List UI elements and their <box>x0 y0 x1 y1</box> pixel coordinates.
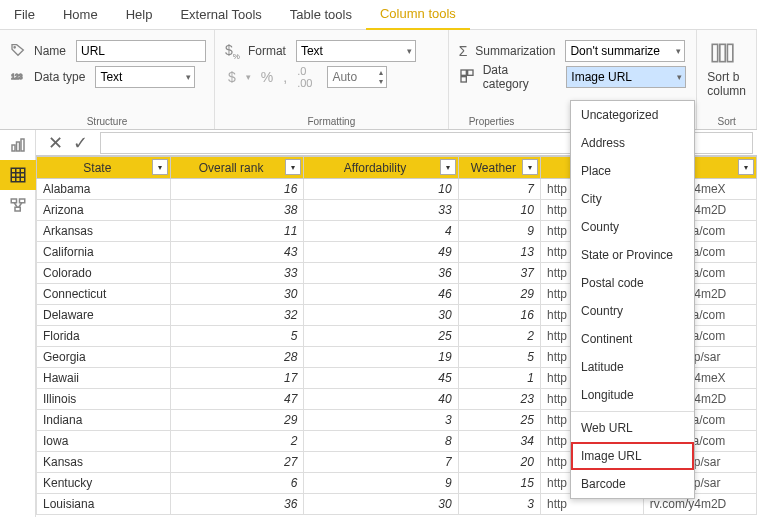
cell-rank[interactable]: 5 <box>170 326 304 347</box>
dropdown-item-place[interactable]: Place <box>571 157 694 185</box>
filter-icon[interactable]: ▾ <box>738 159 754 175</box>
cell-weather[interactable]: 9 <box>458 221 540 242</box>
dropdown-item-city[interactable]: City <box>571 185 694 213</box>
cell-weather[interactable]: 3 <box>458 494 540 515</box>
cell-weather[interactable]: 16 <box>458 305 540 326</box>
filter-icon[interactable]: ▾ <box>440 159 456 175</box>
cell-rank[interactable]: 29 <box>170 410 304 431</box>
cell-aff[interactable]: 19 <box>304 347 458 368</box>
cell-weather[interactable]: 2 <box>458 326 540 347</box>
cell-aff[interactable]: 3 <box>304 410 458 431</box>
dropdown-item-uncategorized[interactable]: Uncategorized <box>571 101 694 129</box>
model-view-icon[interactable] <box>0 190 36 220</box>
name-input[interactable] <box>76 40 206 62</box>
cell-rank[interactable]: 17 <box>170 368 304 389</box>
dropdown-item-image-url[interactable]: Image URL <box>571 442 694 470</box>
cell-state[interactable]: Indiana <box>37 410 171 431</box>
comma-icon[interactable]: , <box>280 69 290 85</box>
cell-state[interactable]: Georgia <box>37 347 171 368</box>
dropdown-item-county[interactable]: County <box>571 213 694 241</box>
cell-aff[interactable]: 49 <box>304 242 458 263</box>
cell-rank[interactable]: 27 <box>170 452 304 473</box>
cell-state[interactable]: Louisiana <box>37 494 171 515</box>
cell-state[interactable]: Kentucky <box>37 473 171 494</box>
filter-icon[interactable]: ▾ <box>522 159 538 175</box>
cell-weather[interactable]: 1 <box>458 368 540 389</box>
filter-icon[interactable]: ▾ <box>152 159 168 175</box>
cell-weather[interactable]: 13 <box>458 242 540 263</box>
percent-icon[interactable]: % <box>258 69 276 85</box>
cell-aff[interactable]: 30 <box>304 494 458 515</box>
dropdown-item-address[interactable]: Address <box>571 129 694 157</box>
cell-state[interactable]: Illinois <box>37 389 171 410</box>
column-header[interactable]: Weather▾ <box>458 157 540 179</box>
cell-weather[interactable]: 34 <box>458 431 540 452</box>
currency-icon[interactable]: $ <box>225 69 239 85</box>
menu-file[interactable]: File <box>0 0 49 30</box>
cell-state[interactable]: California <box>37 242 171 263</box>
cell-rank[interactable]: 16 <box>170 179 304 200</box>
cell-weather[interactable]: 7 <box>458 179 540 200</box>
sort-icon[interactable] <box>707 38 737 68</box>
dropdown-item-country[interactable]: Country <box>571 297 694 325</box>
cell-state[interactable]: Arkansas <box>37 221 171 242</box>
dropdown-item-state-or-province[interactable]: State or Province <box>571 241 694 269</box>
cell-aff[interactable]: 9 <box>304 473 458 494</box>
dropdown-item-latitude[interactable]: Latitude <box>571 353 694 381</box>
column-header[interactable]: Overall rank▾ <box>170 157 304 179</box>
filter-icon[interactable]: ▾ <box>285 159 301 175</box>
cell-weather[interactable]: 29 <box>458 284 540 305</box>
cell-weather[interactable]: 15 <box>458 473 540 494</box>
cell-state[interactable]: Iowa <box>37 431 171 452</box>
cell-rank[interactable]: 11 <box>170 221 304 242</box>
cell-rank[interactable]: 6 <box>170 473 304 494</box>
menu-help[interactable]: Help <box>112 0 167 30</box>
menu-table-tools[interactable]: Table tools <box>276 0 366 30</box>
cell-aff[interactable]: 4 <box>304 221 458 242</box>
cell-weather[interactable]: 23 <box>458 389 540 410</box>
cell-rank[interactable]: 36 <box>170 494 304 515</box>
cell-state[interactable]: Arizona <box>37 200 171 221</box>
cell-state[interactable]: Colorado <box>37 263 171 284</box>
menu-home[interactable]: Home <box>49 0 112 30</box>
cell-state[interactable]: Hawaii <box>37 368 171 389</box>
cancel-icon[interactable]: ✕ <box>48 132 63 154</box>
cell-aff[interactable]: 30 <box>304 305 458 326</box>
column-header[interactable]: Affordability▾ <box>304 157 458 179</box>
cell-state[interactable]: Alabama <box>37 179 171 200</box>
category-select[interactable] <box>566 66 686 88</box>
cell-weather[interactable]: 37 <box>458 263 540 284</box>
cell-rank[interactable]: 32 <box>170 305 304 326</box>
dropdown-item-longitude[interactable]: Longitude <box>571 381 694 409</box>
commit-icon[interactable]: ✓ <box>73 132 88 154</box>
cell-aff[interactable]: 46 <box>304 284 458 305</box>
column-header[interactable]: State▾ <box>37 157 171 179</box>
cell-aff[interactable]: 33 <box>304 200 458 221</box>
report-view-icon[interactable] <box>0 130 36 160</box>
datatype-select[interactable] <box>95 66 195 88</box>
cell-aff[interactable]: 40 <box>304 389 458 410</box>
format-select[interactable] <box>296 40 416 62</box>
chevron-down-icon[interactable]: ▾ <box>243 72 254 82</box>
cell-weather[interactable]: 10 <box>458 200 540 221</box>
cell-state[interactable]: Delaware <box>37 305 171 326</box>
dropdown-item-barcode[interactable]: Barcode <box>571 470 694 498</box>
cell-aff[interactable]: 8 <box>304 431 458 452</box>
data-view-icon[interactable] <box>0 160 36 190</box>
cell-weather[interactable]: 5 <box>458 347 540 368</box>
cell-rank[interactable]: 2 <box>170 431 304 452</box>
cell-aff[interactable]: 25 <box>304 326 458 347</box>
cell-rank[interactable]: 47 <box>170 389 304 410</box>
cell-aff[interactable]: 7 <box>304 452 458 473</box>
cell-rank[interactable]: 30 <box>170 284 304 305</box>
dropdown-item-continent[interactable]: Continent <box>571 325 694 353</box>
cell-state[interactable]: Florida <box>37 326 171 347</box>
menu-column-tools[interactable]: Column tools <box>366 0 470 30</box>
decimal-icon[interactable]: .0.00 <box>294 65 315 89</box>
cell-aff[interactable]: 10 <box>304 179 458 200</box>
cell-weather[interactable]: 20 <box>458 452 540 473</box>
cell-rank[interactable]: 38 <box>170 200 304 221</box>
cell-rank[interactable]: 28 <box>170 347 304 368</box>
dropdown-item-web-url[interactable]: Web URL <box>571 414 694 442</box>
cell-rank[interactable]: 33 <box>170 263 304 284</box>
